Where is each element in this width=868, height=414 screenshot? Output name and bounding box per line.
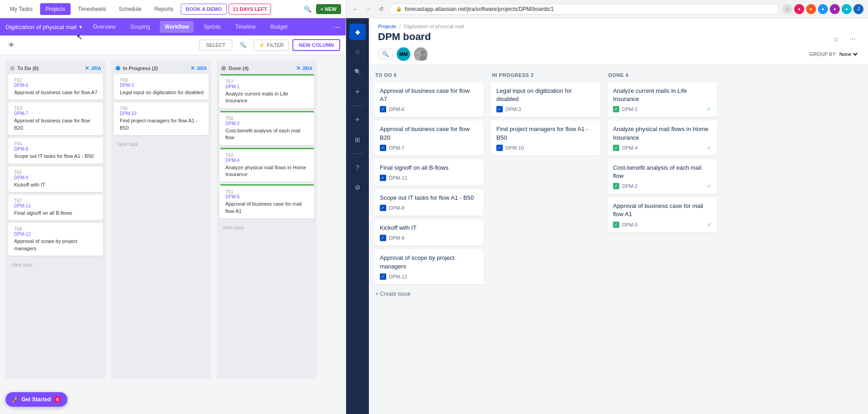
forward-button[interactable]: → — [363, 4, 373, 14]
card-t65[interactable]: T65DPM-9 Kickoff with IT — [8, 167, 103, 192]
extension-icon-4[interactable]: ● — [842, 4, 852, 14]
checkbox-done-icon: ✓ — [613, 145, 619, 151]
project-title[interactable]: Digitization of physical mail ▼ — [5, 24, 83, 30]
card-t57[interactable]: T57DPM-1 Analyze current mails in Life I… — [220, 74, 314, 108]
jira-badge-inprogress: ✕ JIRA — [190, 65, 207, 71]
jira-nav-board[interactable]: ◆ — [349, 24, 366, 40]
star-icon[interactable]: ☆ — [782, 4, 792, 14]
jira-card-dpm8[interactable]: Scope out IT tasks for flow A1 - B50 ✓ D… — [374, 189, 484, 216]
refresh-button[interactable]: ↺ — [376, 4, 386, 14]
svg-point-1 — [421, 50, 425, 55]
project-tab-budget[interactable]: Budget — [266, 21, 292, 33]
nav-tab-schedule[interactable]: Schedule — [113, 3, 147, 15]
select-button[interactable]: SELECT — [199, 40, 232, 50]
new-button[interactable]: + NEW — [316, 4, 341, 14]
browser-icons: ☆ ● ● ● ● ● J — [782, 4, 863, 14]
extension-icon-3[interactable]: ● — [830, 4, 840, 14]
card-t62[interactable]: T62DPM-6 Approval of business case for f… — [8, 74, 103, 100]
star-board-icon[interactable]: ☆ — [830, 33, 842, 45]
get-started-button[interactable]: 🚀 Get Started 4 — [5, 392, 67, 407]
jira-search-box[interactable]: 🔍 — [378, 49, 393, 60]
group-by-select[interactable]: None — [837, 51, 859, 57]
jira-nav-question[interactable]: ? — [349, 159, 366, 176]
extension-icon-1[interactable]: ● — [806, 4, 816, 14]
address-bar[interactable]: 🔒 forecastapp.atlassian.net/jira/softwar… — [389, 4, 780, 15]
new-task-inprogress[interactable]: New task — [114, 138, 209, 151]
nav-tab-reports[interactable]: Reports — [149, 3, 179, 15]
jira-nav-plus[interactable]: + — [349, 84, 366, 100]
jira-nav-grid[interactable]: ⊞ — [349, 131, 366, 148]
jira-card-dpm1[interactable]: Analyze current mails in Life Insurance … — [608, 82, 717, 117]
card-t64[interactable]: T64DPM-8 Scope out IT tasks for flow A1 … — [8, 138, 103, 163]
project-tab-workflow[interactable]: Workflow — [160, 21, 194, 33]
breadcrumb-projects[interactable]: Projects — [378, 24, 396, 29]
board-area: To Do (6) ✕ JIRA T62DPM-6 Approval of bu… — [0, 55, 346, 414]
nav-tab-timesheets[interactable]: Timesheets — [72, 3, 112, 15]
new-column-button[interactable]: NEW COLUMN — [292, 39, 340, 51]
filter-button[interactable]: ⚡ FILTER — [254, 40, 289, 51]
jira-card-dpm3[interactable]: Legal input on digitization for disabled… — [491, 82, 600, 117]
done-checkmark-icon: ✓ — [707, 183, 711, 189]
jira-card-dpm5[interactable]: Approval of business case for mail flow … — [608, 197, 717, 232]
new-task-done[interactable]: New task — [220, 221, 314, 234]
jira-col-done-header: DONE 4 — [608, 72, 717, 78]
filter-icon: ⚡ — [259, 42, 265, 48]
done-cards: T57DPM-1 Analyze current mails in Life I… — [217, 74, 317, 379]
jira-nav-star[interactable]: ☆ — [349, 44, 366, 60]
browser-chrome: ← → ↺ 🔒 forecastapp.atlassian.net/jira/s… — [346, 0, 868, 18]
card-t67[interactable]: T67DPM-11 Final signoff on all B-flows — [8, 195, 103, 220]
jira-card-dpm2[interactable]: Cost-benefit analysis of each mail flow … — [608, 159, 717, 194]
card-t60[interactable]: T60DPM-4 Analyze physical mail flows in … — [220, 148, 314, 182]
jira-board-header: Projects / Digitization of physical mail… — [369, 18, 868, 65]
project-tab-timeline[interactable]: Timeline — [231, 21, 260, 33]
todo-status-dot — [10, 66, 15, 71]
jira-card-dpm6[interactable]: Approval of business case for flow A7 ✓ … — [374, 82, 484, 117]
profile-icon[interactable]: J — [853, 4, 863, 14]
jira-nav-search[interactable]: 🔍 — [349, 64, 366, 80]
checkbox-done-icon: ✓ — [613, 106, 619, 112]
card-t58[interactable]: T58DPM-2 Cost-benefit analysis of each m… — [220, 111, 314, 145]
jira-card-dpm4[interactable]: Analyze physical mail flows in Home Insu… — [608, 121, 717, 155]
avatar-mm[interactable]: MM — [397, 47, 410, 61]
done-checkmark-icon: ✓ — [707, 222, 711, 228]
card-t61[interactable]: T61DPM-5 Approval of business case for m… — [220, 184, 314, 218]
board-toolbar: 👁 SELECT 🔍 ⚡ FILTER NEW COLUMN — [0, 35, 346, 55]
account-icon[interactable]: ● — [794, 4, 804, 14]
sidebar-separator-2 — [351, 153, 364, 154]
nav-tab-mytasks[interactable]: My Tasks — [5, 3, 38, 15]
jira-content: ◆ ☆ 🔍 + ✈ ⊞ ? ⚙ Projects / Digitization … — [346, 18, 868, 414]
create-issue-button[interactable]: + Create issue — [374, 288, 484, 300]
new-task-todo[interactable]: New task — [8, 258, 103, 271]
jira-card-dpm10[interactable]: Find project managers for flow A1 - B50 … — [491, 121, 600, 155]
checkbox-icon: ✓ — [496, 106, 503, 112]
card-t68[interactable]: T68DPM-12 Approval of scope by project m… — [8, 223, 103, 256]
nav-tab-projects[interactable]: Projects — [40, 3, 71, 15]
group-avatar-icon — [414, 47, 428, 61]
jira-card-dpm11[interactable]: Final signoff on all B-flows ✓ DPM-11 — [374, 159, 484, 186]
extension-icon-2[interactable]: ● — [818, 4, 828, 14]
card-t63[interactable]: T63DPM-7 Approval of business case for f… — [8, 102, 103, 135]
project-tab-scoping[interactable]: Scoping — [126, 21, 154, 33]
jira-toolbar: 🔍 MM GROUP BY None — [378, 47, 859, 61]
book-demo-button[interactable]: BOOK A DEMO — [181, 4, 227, 15]
back-button[interactable]: ← — [351, 4, 361, 14]
jira-card-dpm12[interactable]: Approval of scope by project managers ✓ … — [374, 249, 484, 284]
jira-card-dpm9[interactable]: Kickoff with IT ✓ DPM-9 — [374, 219, 484, 246]
project-tab-sprints[interactable]: Sprints — [199, 21, 225, 33]
project-tab-overview[interactable]: Overview — [88, 21, 120, 33]
jira-nav-send[interactable]: ✈ — [349, 111, 366, 128]
jira-col-todo: TO DO 6 Approval of business case for fl… — [374, 72, 484, 407]
search-icon[interactable]: 🔍 — [236, 40, 250, 50]
project-more-icon[interactable]: ⋯ — [333, 23, 340, 31]
eye-icon[interactable]: 👁 — [5, 40, 17, 50]
jira-col-done: DONE 4 Analyze current mails in Life Ins… — [608, 72, 717, 407]
more-options-icon[interactable]: ⋯ — [846, 33, 859, 45]
avatar-g[interactable] — [414, 47, 428, 61]
card-t59[interactable]: T59DPM-3 Legal input on digitization for… — [114, 74, 209, 100]
card-t66[interactable]: T66DPM-10 Find project managers for flow… — [114, 102, 209, 135]
jira-card-dpm7[interactable]: Approval of business case for flow B20 ✓… — [374, 121, 484, 155]
svg-point-0 — [416, 50, 421, 55]
search-icon[interactable]: 🔍 — [301, 4, 314, 15]
column-done: Done (4) ✕ JIRA T57DPM-1 Analyze current… — [217, 61, 317, 379]
jira-nav-settings[interactable]: ⚙ — [349, 179, 366, 196]
